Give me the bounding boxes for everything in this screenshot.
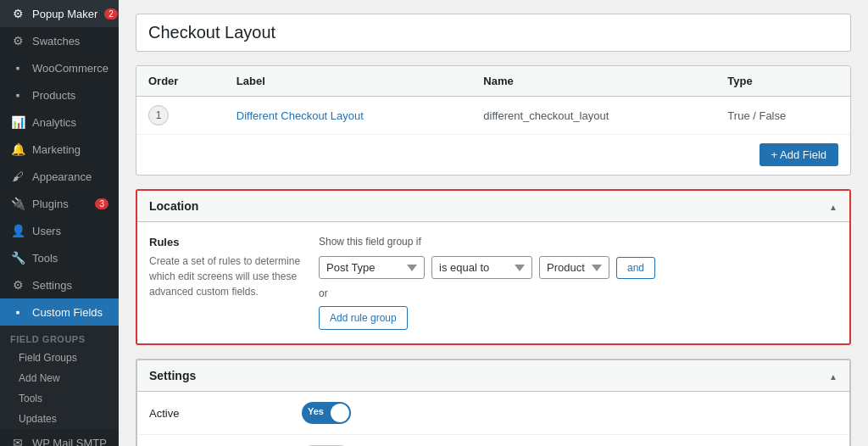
settings-collapse-icon xyxy=(829,370,837,382)
sidebar-item-swatches[interactable]: ⚙ Swatches xyxy=(0,27,119,54)
sidebar-item-users[interactable]: 👤 Users xyxy=(0,217,119,244)
sidebar-item-label: Settings xyxy=(32,279,72,292)
sidebar-item-woocommerce[interactable]: ▪ WooCommerce xyxy=(0,54,119,81)
wp-mail-smtp-icon: ✉ xyxy=(10,436,25,446)
active-toggle[interactable]: Yes xyxy=(302,402,351,424)
sidebar-item-wp-mail-smtp[interactable]: ✉ WP Mail SMTP xyxy=(0,429,119,446)
sidebar-item-custom-fields[interactable]: ▪ Custom Fields xyxy=(0,298,119,326)
rules-description: Create a set of rules to determine which… xyxy=(149,254,302,299)
sub-label: Field Groups xyxy=(19,352,77,364)
sidebar-item-label: Swatches xyxy=(32,35,80,47)
settings-panel-header[interactable]: Settings xyxy=(137,360,849,392)
settings-panel: Settings Active Yes Show in REST API No xyxy=(136,359,851,446)
rule-row: Post Type Page Template User Role is equ… xyxy=(319,256,837,279)
sidebar-sub-add-new[interactable]: Add New xyxy=(0,368,119,388)
sub-label: Updates xyxy=(19,413,57,425)
appearance-icon: 🖌 xyxy=(10,170,25,183)
sidebar: ⚙ Popup Maker 2 ⚙ Swatches ▪ WooCommerce… xyxy=(0,0,119,446)
active-label: Active xyxy=(149,407,285,420)
sidebar-sub-tools[interactable]: Tools xyxy=(0,388,119,409)
location-panel-title: Location xyxy=(149,199,198,213)
cell-label: Different Checkout Layout xyxy=(225,97,472,135)
condition-select[interactable]: is equal to is not equal to xyxy=(431,256,532,279)
location-panel-header[interactable]: Location xyxy=(137,191,849,222)
col-type: Type xyxy=(715,66,850,97)
sidebar-item-products[interactable]: ▪ Products xyxy=(0,81,119,109)
sidebar-item-label: Appearance xyxy=(32,170,92,183)
sidebar-item-label: Users xyxy=(32,225,61,237)
active-row: Active Yes xyxy=(137,392,849,435)
sidebar-item-label: Plugins xyxy=(32,198,69,210)
users-icon: 👤 xyxy=(10,224,25,237)
marketing-icon: 🔔 xyxy=(10,142,25,156)
sidebar-item-label: Tools xyxy=(32,252,58,265)
settings-icon: ⚙ xyxy=(10,278,25,292)
sidebar-sub-updates[interactable]: Updates xyxy=(0,409,119,429)
value-select[interactable]: Product Page Post xyxy=(539,256,609,279)
sidebar-item-label: Products xyxy=(32,89,75,102)
sidebar-item-settings[interactable]: ⚙ Settings xyxy=(0,271,119,298)
sidebar-item-label: WP Mail SMTP xyxy=(32,437,107,447)
sidebar-sub-field-groups[interactable]: Field Groups xyxy=(0,348,119,368)
location-collapse-icon xyxy=(829,200,837,213)
plugins-badge: 3 xyxy=(95,198,108,209)
add-rule-group-button[interactable]: Add rule group xyxy=(319,306,408,330)
popup-maker-icon: ⚙ xyxy=(10,7,25,20)
show-label: Show this field group if xyxy=(319,236,837,248)
products-icon: ▪ xyxy=(10,88,25,102)
sub-label: Add New xyxy=(19,372,60,384)
or-label: or xyxy=(319,287,837,299)
col-label: Label xyxy=(225,66,472,97)
location-panel-body: Rules Create a set of rules to determine… xyxy=(137,222,849,343)
add-field-row: + Add Field xyxy=(136,135,850,175)
sidebar-item-plugins[interactable]: 🔌 Plugins 3 xyxy=(0,190,119,217)
rest-api-row: Show in REST API No xyxy=(137,435,849,446)
order-circle: 1 xyxy=(148,105,169,125)
sidebar-item-marketing[interactable]: 🔔 Marketing xyxy=(0,136,119,163)
col-name: Name xyxy=(471,66,715,97)
post-type-select[interactable]: Post Type Page Template User Role xyxy=(319,256,425,279)
sidebar-item-popup-maker[interactable]: ⚙ Popup Maker 2 xyxy=(0,0,119,27)
cell-order: 1 xyxy=(136,97,225,135)
sidebar-item-label: Popup Maker xyxy=(32,8,97,20)
popup-maker-badge: 2 xyxy=(104,8,118,20)
toggle-slider xyxy=(302,402,351,424)
sidebar-item-analytics[interactable]: 📊 Analytics xyxy=(0,109,119,136)
sidebar-item-tools[interactable]: 🔧 Tools xyxy=(0,244,119,271)
field-table: Order Label Name Type 1 Different Checko… xyxy=(136,65,851,176)
col-order: Order xyxy=(136,66,225,97)
sidebar-item-label: Marketing xyxy=(32,143,81,156)
add-field-button[interactable]: + Add Field xyxy=(760,143,838,166)
label-link[interactable]: Different Checkout Layout xyxy=(236,109,364,122)
sidebar-item-label: Custom Fields xyxy=(32,306,103,319)
main-content: Checkout Layout Order Label Name Type 1 … xyxy=(119,0,868,446)
table-row: 1 Different Checkout Layout different_ch… xyxy=(136,97,850,135)
sidebar-item-label: Analytics xyxy=(32,116,76,129)
rules-config: Show this field group if Post Type Page … xyxy=(319,236,837,330)
location-panel: Location Rules Create a set of rules to … xyxy=(136,189,851,345)
custom-fields-icon: ▪ xyxy=(10,305,25,319)
tools-icon: 🔧 xyxy=(10,251,25,265)
sidebar-item-label: WooCommerce xyxy=(32,62,108,75)
cell-type: True / False xyxy=(715,97,850,135)
rules-info: Rules Create a set of rules to determine… xyxy=(149,236,302,330)
sidebar-submenu: Field Groups Field Groups Add New Tools … xyxy=(0,326,119,429)
woocommerce-icon: ▪ xyxy=(10,61,25,75)
swatches-icon: ⚙ xyxy=(10,34,25,47)
and-button[interactable]: and xyxy=(616,257,655,279)
page-title: Checkout Layout xyxy=(136,14,851,52)
rules-heading: Rules xyxy=(149,236,302,248)
sub-label: Tools xyxy=(19,393,42,404)
field-groups-label: Field Groups xyxy=(0,326,119,348)
cell-name: different_checkout_layout xyxy=(471,97,715,135)
plugins-icon: 🔌 xyxy=(10,197,25,210)
settings-panel-title: Settings xyxy=(149,369,196,382)
sidebar-item-appearance[interactable]: 🖌 Appearance xyxy=(0,163,119,190)
analytics-icon: 📊 xyxy=(10,115,25,129)
location-panel-row: Rules Create a set of rules to determine… xyxy=(149,236,837,330)
active-toggle-wrap: Yes xyxy=(302,402,351,424)
